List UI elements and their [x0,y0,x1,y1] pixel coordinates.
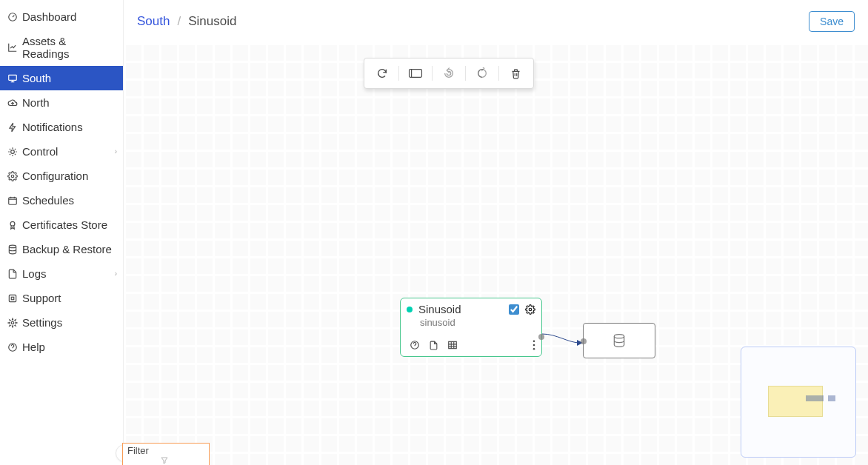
rotate-right-icon [476,67,488,79]
chevron-right-icon: › [115,270,117,278]
nav-item-control[interactable]: Control › [0,139,123,164]
filter-palette[interactable]: Filter [122,443,210,465]
redo-button[interactable] [469,64,495,82]
nav-item-support[interactable]: Support [0,286,123,310]
main-area: South / Sinusoid Save [124,0,868,465]
breadcrumb-parent[interactable]: South [137,14,170,29]
node-readings-button[interactable] [429,341,438,350]
canvas-toolbar [364,58,534,89]
database-icon [612,332,627,349]
status-dot-icon [407,307,413,312]
sidebar: Dashboard Assets & Readings South North [0,0,124,465]
nav-label: Logs [22,267,47,280]
nav-label: North [22,96,50,109]
nav-label: Dashboard [22,10,76,23]
svg-rect-7 [9,295,16,301]
breadcrumb-current: Sinusoid [188,14,236,29]
nav-item-configuration[interactable]: Configuration [0,164,123,188]
gear-icon [525,304,535,315]
database-icon [7,244,18,255]
flow-canvas[interactable]: Sinusoid sinusoid [124,43,868,465]
svg-point-17 [533,348,535,350]
cloud-up-icon [7,98,18,108]
delete-button[interactable] [502,64,529,82]
svg-point-16 [533,344,535,347]
nav-item-certificates[interactable]: Certificates Store [0,213,123,237]
svg-point-9 [11,321,14,324]
svg-point-6 [9,245,16,248]
certificate-icon [7,220,18,230]
nav-label: Help [22,341,45,353]
svg-point-18 [614,335,624,338]
calendar-icon [7,195,18,206]
nav-item-help[interactable]: Help [0,335,123,359]
node-subtitle: sinusoid [401,317,541,335]
nav-label: Settings [22,316,62,329]
breadcrumb-separator: / [177,14,181,29]
monitor-icon [7,73,18,84]
nav-item-south[interactable]: South [0,66,123,90]
gear-icon [7,171,18,181]
gauge-icon [7,12,18,22]
node-storage[interactable] [583,323,655,358]
toolbar-separator [398,66,399,81]
nav-item-assets[interactable]: Assets & Readings [0,29,123,66]
minimap-node [828,395,835,401]
help-icon [7,342,18,352]
undo-button[interactable] [435,64,462,82]
node-title: Sinusoid [418,303,509,315]
output-port[interactable] [538,334,544,340]
node-enabled-checkbox[interactable] [509,304,519,315]
toolbar-separator [432,66,433,81]
nav-label: Backup & Restore [22,243,112,255]
node-table-button[interactable] [447,340,458,350]
file-icon [429,341,438,350]
filter-icon [160,456,169,465]
toolbar-separator [465,66,466,81]
svg-rect-1 [9,75,17,80]
node-help-button[interactable] [410,340,420,350]
bolt-icon [7,122,18,133]
nav-label: Certificates Store [22,218,107,231]
nav-label: Schedules [22,194,74,207]
nav-label: Support [22,292,61,304]
svg-point-2 [11,150,15,153]
nav-label: Assets & Readings [22,35,116,60]
gear-icon [7,318,18,328]
topbar: South / Sinusoid Save [124,0,868,43]
minimap[interactable] [741,347,856,458]
nav-item-settings[interactable]: Settings [0,310,123,335]
trash-icon [510,68,521,79]
toolbar-separator [498,66,499,81]
svg-rect-4 [9,197,17,204]
svg-point-5 [10,221,15,226]
svg-point-15 [533,340,535,342]
nav-item-backup[interactable]: Backup & Restore [0,237,123,261]
node-sinusoid[interactable]: Sinusoid sinusoid [400,298,542,357]
lifebuoy-icon [7,293,18,304]
rotate-left-icon [443,67,455,79]
sliders-icon [7,147,18,157]
nav-item-logs[interactable]: Logs › [0,261,123,286]
add-application-icon [408,68,423,78]
save-button[interactable]: Save [809,11,855,32]
nav-item-dashboard[interactable]: Dashboard [0,4,123,29]
nav-item-north[interactable]: North [0,90,123,115]
svg-point-12 [529,308,532,311]
nav-label: Configuration [22,170,88,182]
nav-item-notifications[interactable]: Notifications [0,115,123,139]
chart-icon [7,42,18,53]
help-icon [410,340,420,350]
svg-rect-8 [11,297,14,300]
refresh-button[interactable] [369,64,395,82]
add-application-button[interactable] [402,64,429,82]
nav-item-schedules[interactable]: Schedules [0,188,123,213]
minimap-node [806,395,824,401]
input-port[interactable] [581,338,587,344]
table-icon [447,340,458,350]
chevron-right-icon: › [115,147,117,155]
node-settings-button[interactable] [525,304,535,315]
filter-label: Filter [127,445,149,456]
node-more-button[interactable] [533,340,535,350]
svg-point-3 [11,175,14,178]
